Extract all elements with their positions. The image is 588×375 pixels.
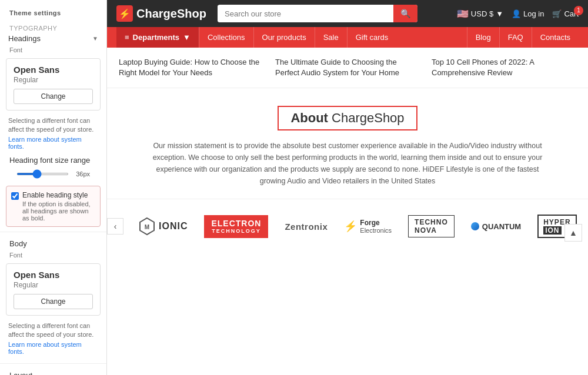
heading-size-value: 36px [72, 170, 90, 178]
topbar-right: 🇺🇸 USD $ ▼ 👤 Log in 🛒 Cart 1 [457, 8, 579, 19]
body-label: Body [0, 237, 106, 250]
dept-chevron-icon: ▼ [183, 33, 191, 42]
electron-box: ELECTRON TECHNOLOGY [204, 215, 268, 239]
enable-heading-label: Enable heading style [22, 191, 95, 199]
menu-icon: ≡ [125, 33, 129, 42]
person-icon: 👤 [512, 9, 521, 18]
nav-blog[interactable]: Blog [467, 27, 499, 48]
headings-toggle[interactable]: Headings ▼ [0, 33, 106, 45]
article-link-2[interactable]: Top 10 Cell Phones of 2022: A Comprehens… [432, 58, 534, 77]
brand-electron[interactable]: ELECTRON TECHNOLOGY [196, 212, 276, 242]
search-input[interactable] [218, 5, 393, 22]
heading-font-hint: Selecting a different font can affect th… [0, 114, 106, 136]
logo-icon: ⚡ [116, 5, 133, 22]
scroll-top-button[interactable]: ▲ [564, 224, 582, 242]
headings-label: Headings [8, 34, 92, 43]
nav-faq[interactable]: FAQ [499, 27, 532, 48]
logo-charge: Charge [136, 7, 177, 20]
body-font-name: Open Sans [14, 270, 93, 280]
heading-size-slider[interactable] [16, 173, 69, 175]
search-button[interactable]: 🔍 [393, 5, 417, 22]
nav-collections[interactable]: Collections [199, 27, 253, 48]
brands-prev-button[interactable]: ‹ [107, 218, 123, 235]
brand-quantum[interactable]: QUANTUM [463, 219, 529, 235]
heading-size-label: Heading font size range [0, 153, 106, 167]
ionic-hex-icon: M [138, 217, 156, 236]
body-learn-more-link[interactable]: Learn more about system fonts. [0, 341, 106, 359]
heading-font-name: Open Sans [14, 65, 93, 75]
font-label: Font [0, 45, 106, 55]
about-title-normal: ChargeShop [328, 111, 405, 125]
navbar: ≡ Departments ▼ Collections Our products… [107, 27, 588, 48]
articles-row: Laptop Buying Guide: How to Choose the R… [107, 48, 588, 88]
login-button[interactable]: 👤 Log in [512, 9, 544, 18]
body-font-card: Open Sans Regular Change [6, 263, 101, 316]
logo-text: ChargeShop [136, 7, 206, 21]
nav-gift-cards[interactable]: Gift cards [347, 27, 397, 48]
enable-heading-hint: If the option is disabled, all headings … [22, 200, 95, 222]
cart-icon: 🛒 [552, 9, 562, 18]
electron-bottom: TECHNOLOGY [211, 228, 261, 235]
about-title-box: About ChargeShop [278, 106, 417, 130]
heading-font-card: Open Sans Regular Change [6, 58, 101, 111]
brand-forge[interactable]: ⚡ Forge Electronics [336, 215, 400, 237]
body-font-style: Regular [14, 281, 93, 289]
cart-button[interactable]: 🛒 Cart 1 [552, 9, 579, 18]
about-title-bold: About [290, 111, 328, 125]
layout-label: Layout [0, 369, 106, 375]
sidebar: Theme settings TYPOGRAPHY Headings ▼ Fon… [0, 0, 107, 375]
body-font-label: Font [0, 250, 106, 260]
forge-name: Forge [360, 219, 392, 227]
departments-button[interactable]: ≡ Departments ▼ [116, 27, 199, 48]
currency-chevron-icon: ▼ [496, 9, 503, 18]
article-link-0[interactable]: Laptop Buying Guide: How to Choose the R… [119, 58, 259, 77]
electron-top: ELECTRON [211, 219, 261, 229]
heading-font-style: Regular [14, 76, 93, 84]
about-section: About ChargeShop Our mission statement i… [107, 88, 588, 199]
zentronix-label: Zentronix [285, 222, 328, 232]
forge-bolt-icon: ⚡ [344, 220, 357, 233]
chevron-down-icon: ▼ [92, 35, 98, 42]
forge-electronics: Electronics [360, 227, 392, 234]
brands-wrapper: ‹ M IONIC ELECTRON TECHNOLOGY [107, 199, 588, 253]
brand-techno-nova[interactable]: TECHNO NOVA [400, 212, 463, 241]
brand-ionic[interactable]: M IONIC [129, 213, 196, 239]
sidebar-title: Theme settings [0, 7, 106, 21]
main-content: ⚡ ChargeShop 🔍 🇺🇸 USD $ ▼ 👤 Log in 🛒 Car… [107, 0, 588, 375]
currency-label: USD $ [471, 9, 493, 18]
nav-products[interactable]: Our products [253, 27, 315, 48]
enable-heading-row: Enable heading style If the option is di… [6, 186, 101, 227]
quantum-dot-icon [471, 222, 479, 230]
brands-section: ‹ M IONIC ELECTRON TECHNOLOGY [107, 199, 588, 253]
svg-text:M: M [145, 224, 149, 230]
logo[interactable]: ⚡ ChargeShop [116, 5, 211, 22]
login-label: Log in [523, 9, 544, 18]
heading-change-button[interactable]: Change [14, 89, 93, 104]
typography-label: TYPOGRAPHY [0, 21, 106, 33]
search-bar: 🔍 [218, 5, 417, 22]
techno-label: TECHNO NOVA [408, 215, 455, 237]
departments-label: Departments [133, 33, 179, 42]
nav-contacts[interactable]: Contacts [532, 27, 579, 48]
enable-heading-checkbox[interactable] [11, 192, 19, 200]
logo-shop: Shop [177, 7, 206, 20]
currency-button[interactable]: 🇺🇸 USD $ ▼ [457, 8, 503, 19]
cart-badge: 1 [574, 6, 583, 15]
heading-size-range-wrapper: 36px [0, 167, 106, 183]
article-item-1: The Ultimate Guide to Choosing the Perfe… [275, 57, 420, 78]
flag-icon: 🇺🇸 [457, 8, 469, 19]
article-item-2: Top 10 Cell Phones of 2022: A Comprehens… [432, 57, 576, 78]
article-item-0: Laptop Buying Guide: How to Choose the R… [119, 57, 263, 78]
topbar: ⚡ ChargeShop 🔍 🇺🇸 USD $ ▼ 👤 Log in 🛒 Car… [107, 0, 588, 27]
quantum-label: QUANTUM [482, 222, 521, 231]
heading-learn-more-link[interactable]: Learn more about system fonts. [0, 136, 106, 153]
brand-zentronix[interactable]: Zentronix [276, 218, 336, 235]
about-text: Our mission statement is to provide the … [148, 140, 547, 187]
body-change-button[interactable]: Change [14, 294, 93, 309]
nav-sale[interactable]: Sale [315, 27, 347, 48]
ion-label: ION [543, 226, 561, 235]
brands-list: M IONIC ELECTRON TECHNOLOGY Zentronix [123, 211, 588, 242]
article-link-1[interactable]: The Ultimate Guide to Choosing the Perfe… [275, 58, 399, 77]
ionic-label: IONIC [159, 221, 188, 232]
body-font-hint: Selecting a different font can affect th… [0, 319, 106, 341]
